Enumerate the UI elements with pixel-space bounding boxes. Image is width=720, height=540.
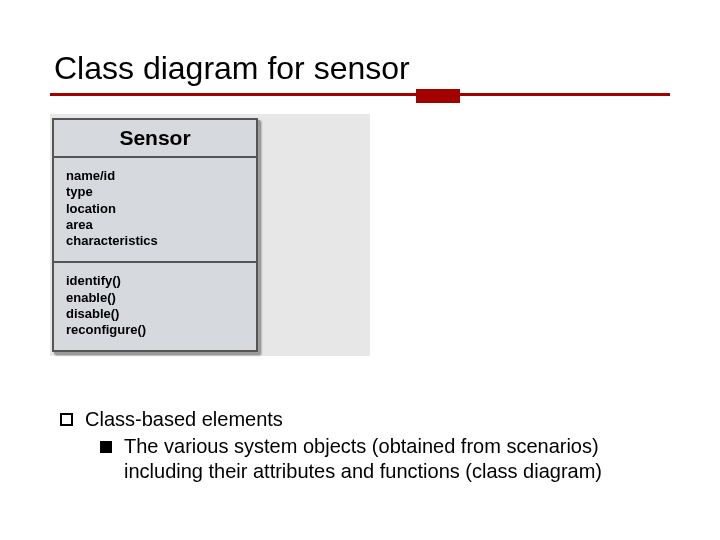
bullet-level1: Class-based elements [60,407,660,432]
uml-attr: type [66,184,244,200]
uml-class-box: Sensor name/id type location area charac… [52,118,258,352]
uml-attr: name/id [66,168,244,184]
title-underline [50,93,670,96]
content-area: Sensor name/id type location area charac… [50,114,670,454]
uml-attr: area [66,217,244,233]
bullet-level2: The various system objects (obtained fro… [100,434,660,484]
uml-op: disable() [66,306,244,322]
page-title: Class diagram for sensor [50,50,670,87]
bullet-list: Class-based elements The various system … [60,407,660,484]
filled-square-icon [100,441,112,453]
uml-op: identify() [66,273,244,289]
uml-attributes: name/id type location area characteristi… [54,158,256,263]
uml-image-area: Sensor name/id type location area charac… [50,114,370,356]
uml-attr: location [66,201,244,217]
uml-class-name: Sensor [54,120,256,158]
bullet-level1-text: Class-based elements [85,407,283,432]
slide: Class diagram for sensor Sensor name/id … [0,0,720,540]
uml-op: enable() [66,290,244,306]
uml-attr: characteristics [66,233,244,249]
uml-operations: identify() enable() disable() reconfigur… [54,263,256,350]
bullet-level2-text: The various system objects (obtained fro… [124,434,660,484]
hollow-square-icon [60,413,73,426]
uml-op: reconfigure() [66,322,244,338]
